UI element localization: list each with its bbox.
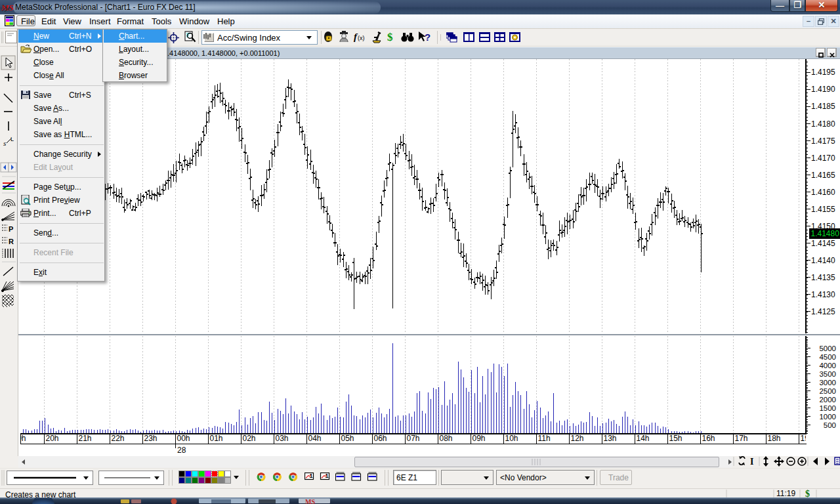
svg-text:12h: 12h [571,434,584,443]
svg-text:1500: 1500 [819,404,836,412]
svg-text:1.4190: 1.4190 [811,85,835,94]
svg-text:?: ? [425,32,430,43]
svg-text:1.4130: 1.4130 [811,290,835,299]
svg-text:14h: 14h [637,434,650,443]
svg-text:04h: 04h [308,434,322,443]
svg-text:1.4135: 1.4135 [811,273,835,282]
svg-text:16h: 16h [702,434,715,443]
svg-text:(x): (x) [358,35,365,41]
svg-text:500: 500 [824,421,836,429]
svg-text:08h: 08h [440,434,453,443]
svg-text:2500: 2500 [819,387,836,395]
svg-text:06h: 06h [374,434,387,443]
svg-text:09h: 09h [472,434,486,443]
svg-text:4000: 4000 [819,362,836,369]
svg-text:2000: 2000 [819,396,836,404]
svg-text:05h: 05h [341,434,354,443]
svg-text:10h: 10h [505,434,518,443]
svg-text:3500: 3500 [819,370,836,378]
svg-text:11:19: 11:19 [776,489,795,498]
svg-text:22h: 22h [112,434,125,443]
svg-text:13h: 13h [604,434,617,443]
svg-text:5000: 5000 [819,345,836,352]
svg-text:1.4140: 1.4140 [811,256,835,265]
svg-text:s: s [3,139,6,147]
svg-text:$: $ [805,489,810,498]
svg-text:$: $ [387,31,393,43]
svg-text:P: P [9,225,13,233]
svg-text:MS: MS [305,498,315,504]
svg-text:1.4195: 1.4195 [811,68,835,77]
svg-text:00h: 00h [177,434,190,443]
svg-text:1.4175: 1.4175 [811,136,835,146]
svg-text:MS: MS [1,3,14,12]
svg-text:1.4160: 1.4160 [811,188,835,197]
svg-text:1: 1 [326,472,329,479]
svg-text:1.41480: 1.41480 [811,229,840,238]
svg-text:11h: 11h [538,434,551,443]
svg-text:1.4180: 1.4180 [811,119,835,129]
svg-text:I: I [750,457,753,467]
svg-text:20h: 20h [46,434,59,443]
svg-text:02h: 02h [243,434,256,443]
svg-text:18h: 18h [768,434,781,443]
svg-text:4500: 4500 [819,353,836,361]
svg-text:1.4125: 1.4125 [811,307,835,316]
svg-text:23h: 23h [144,434,158,443]
svg-text:L: L [10,136,14,142]
svg-text:03h: 03h [276,434,289,443]
svg-text:1.4185: 1.4185 [811,102,835,111]
svg-text:15h: 15h [669,434,682,443]
svg-text:28: 28 [177,446,186,455]
svg-text:1.4165: 1.4165 [811,171,835,180]
svg-text:1.4155: 1.4155 [811,205,835,214]
svg-text:07h: 07h [407,434,420,443]
svg-text:1000: 1000 [819,413,836,421]
svg-text:21h: 21h [79,434,92,443]
svg-text:3000: 3000 [819,379,836,387]
svg-text:01h: 01h [210,434,223,443]
svg-text:1.4145: 1.4145 [811,239,835,248]
svg-text:R: R [9,238,14,245]
svg-text:1: 1 [310,472,313,479]
svg-text:17h: 17h [735,434,748,443]
svg-text:1.4170: 1.4170 [811,154,835,163]
